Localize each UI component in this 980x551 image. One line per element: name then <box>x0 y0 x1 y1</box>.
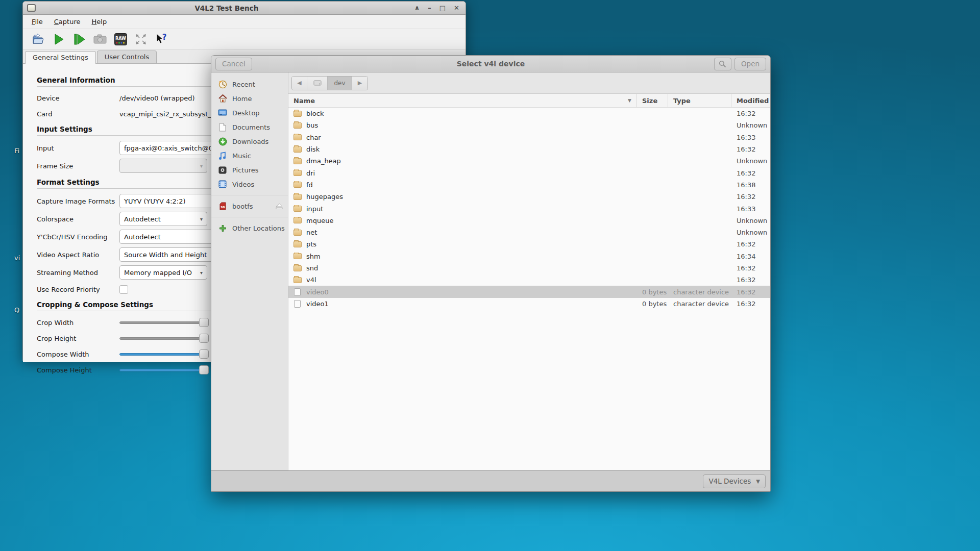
file-modified: 16:33 <box>731 205 770 213</box>
desktop-icon-label[interactable]: vi <box>14 254 22 262</box>
app-title: V4L2 Test Bench <box>39 4 414 12</box>
desktop-icon-label[interactable]: Fi <box>14 147 22 155</box>
sidebar-item-recent[interactable]: Recent <box>211 77 288 91</box>
file-size: 0 bytes <box>637 288 668 296</box>
capture-step-button[interactable] <box>72 32 87 46</box>
snapshot-button[interactable] <box>92 32 108 46</box>
maximize-button[interactable]: □ <box>439 5 446 11</box>
folder-icon <box>293 182 302 188</box>
crop-height-slider[interactable] <box>119 334 205 343</box>
dialog-header[interactable]: Cancel Select v4l device Open <box>211 56 770 72</box>
file-name: disk <box>306 145 320 153</box>
whats-this-button[interactable]: ? <box>154 32 169 46</box>
file-row-video0[interactable]: video00 bytescharacter device16:32 <box>288 286 770 297</box>
column-header-size[interactable]: Size <box>637 94 668 107</box>
path-back-button[interactable]: ◀ <box>292 77 307 90</box>
file-row-pts[interactable]: pts16:32 <box>288 238 770 250</box>
cancel-button[interactable]: Cancel <box>215 58 252 70</box>
sidebar-item-downloads[interactable]: Downloads <box>211 134 288 148</box>
file-row-char[interactable]: char16:33 <box>288 132 770 143</box>
file-row-video1[interactable]: video10 bytescharacter device16:32 <box>288 298 770 310</box>
menu-help[interactable]: Help <box>87 16 111 27</box>
close-button[interactable]: ✕ <box>454 5 459 11</box>
crop-width-slider[interactable] <box>119 318 205 327</box>
field-label: Video Aspect Ratio <box>37 251 119 259</box>
sidebar-item-desktop[interactable]: Desktop <box>211 106 288 120</box>
sidebar-item-pictures[interactable]: Pictures <box>211 163 288 177</box>
resize-button[interactable] <box>133 32 149 46</box>
sidebar-item-label: Pictures <box>232 166 283 174</box>
file-name: bus <box>306 121 318 129</box>
file-row-bus[interactable]: busUnknown <box>288 119 770 131</box>
folder-icon <box>293 241 302 247</box>
compose-width-slider[interactable] <box>119 349 205 359</box>
field-label: Y'CbCr/HSV Encoding <box>37 233 119 241</box>
sidebar-item-home[interactable]: Home <box>211 91 288 106</box>
open-button[interactable]: Open <box>734 58 766 70</box>
search-icon <box>719 60 726 68</box>
capture-start-button[interactable] <box>52 32 67 46</box>
frame-size-combobox[interactable]: ▾ <box>119 159 207 173</box>
sidebar-item-label: Desktop <box>232 109 283 117</box>
file-row-disk[interactable]: disk16:32 <box>288 143 770 155</box>
column-header-name[interactable]: Name ▼ <box>288 94 637 107</box>
slider-handle[interactable] <box>199 365 209 374</box>
minimize-button[interactable]: – <box>428 5 431 11</box>
streaming-method-combobox[interactable]: Memory mapped I/O▾ <box>119 265 207 280</box>
sidebar-item-documents[interactable]: Documents <box>211 120 288 134</box>
file-row-fd[interactable]: fd16:38 <box>288 179 770 191</box>
menu-file[interactable]: File <box>27 16 47 27</box>
file-modified: 16:32 <box>731 193 770 201</box>
field-label: Compose Height <box>37 366 119 374</box>
search-button[interactable] <box>714 58 731 70</box>
file-modified: 16:38 <box>731 181 770 189</box>
file-row-input[interactable]: input16:33 <box>288 203 770 214</box>
file-row-snd[interactable]: snd16:32 <box>288 262 770 274</box>
file-row-hugepages[interactable]: hugepages16:32 <box>288 191 770 203</box>
field-label: Crop Height <box>37 335 119 342</box>
path-segment-dev[interactable]: dev <box>328 77 352 90</box>
file-row-dma_heap[interactable]: dma_heapUnknown <box>288 155 770 167</box>
use-record-priority-checkbox[interactable] <box>119 285 128 294</box>
slider-handle[interactable] <box>199 334 209 343</box>
resize-icon <box>135 33 147 45</box>
file-row-net[interactable]: netUnknown <box>288 227 770 238</box>
eject-icon[interactable] <box>276 203 283 209</box>
input-value: fpga-axi@0:axis_switch@0 <box>124 144 213 152</box>
column-header-modified[interactable]: Modified <box>731 94 771 107</box>
file-modified: Unknown <box>731 229 770 236</box>
path-drive-button[interactable] <box>307 77 328 90</box>
slider-handle[interactable] <box>199 318 209 327</box>
select-v4l-device-dialog: Cancel Select v4l device Open RecentHome… <box>211 55 771 492</box>
shade-button[interactable]: ∧ <box>414 5 420 11</box>
file-type-filter-combo[interactable]: V4L Devices ▼ <box>703 474 766 488</box>
path-forward-button[interactable]: ▶ <box>352 77 368 90</box>
sidebar-item-other-locations[interactable]: Other Locations <box>211 221 288 235</box>
column-header-type[interactable]: Type <box>668 94 731 107</box>
file-row-shm[interactable]: shm16:34 <box>288 251 770 262</box>
compose-height-slider[interactable] <box>119 365 205 374</box>
folder-icon <box>293 217 302 223</box>
file-row-v4l[interactable]: v4l16:32 <box>288 274 770 286</box>
document-icon <box>218 123 227 132</box>
tab-general-settings[interactable]: General Settings <box>25 51 96 64</box>
sidebar-item-videos[interactable]: Videos <box>211 177 288 191</box>
slider-handle[interactable] <box>199 349 209 359</box>
colorspace-combobox[interactable]: Autodetect▾ <box>119 212 207 226</box>
file-row-mqueue[interactable]: mqueueUnknown <box>288 215 770 227</box>
file-row-block[interactable]: block16:32 <box>288 108 770 119</box>
sidebar-item-music[interactable]: Music <box>211 148 288 163</box>
file-modified: 16:34 <box>731 253 770 260</box>
app-titlebar[interactable]: V4L2 Test Bench ∧–□✕ <box>23 2 465 15</box>
tab-user-controls[interactable]: User Controls <box>97 51 157 63</box>
sidebar-item-bootfs[interactable]: SDbootfs <box>211 199 288 213</box>
open-file-button[interactable] <box>31 32 46 46</box>
file-modified: Unknown <box>731 217 770 224</box>
file-row-dri[interactable]: dri16:32 <box>288 167 770 179</box>
save-raw-button[interactable]: RAW <box>113 32 128 46</box>
file-name: video1 <box>306 300 329 308</box>
desktop-icon-label[interactable]: Q <box>14 306 22 314</box>
menu-capture[interactable]: Capture <box>50 16 85 27</box>
file-name: dri <box>306 169 315 177</box>
file-name: dma_heap <box>306 157 341 165</box>
